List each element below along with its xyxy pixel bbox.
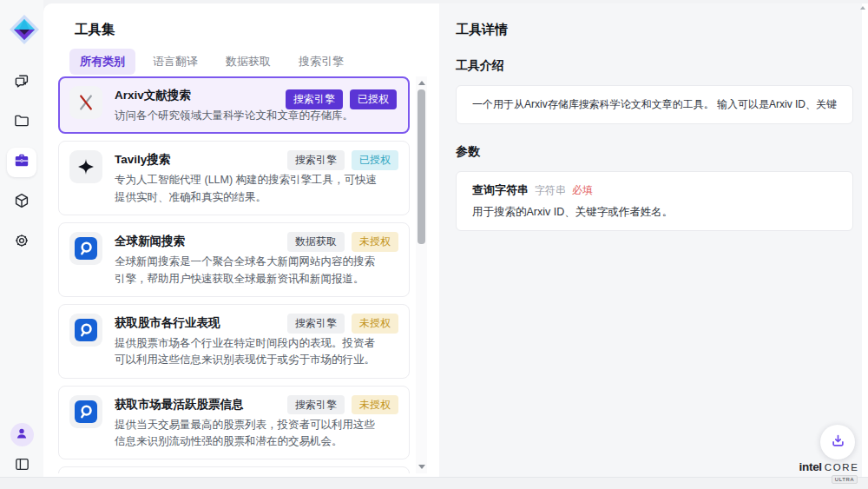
auth-status-badge: 未授权 (352, 395, 398, 415)
juhe-logo-icon (69, 395, 102, 428)
tool-card[interactable]: 获取市场最活跃股票信息提供当天交易量最高的股票列表，投资者可以利用这些信息来识别… (58, 386, 410, 460)
tool-description: 提供当天交易量最高的股票列表，投资者可以利用这些信息来识别流动性强的股票和潜在的… (115, 417, 380, 451)
sidebar-item-settings[interactable] (7, 228, 36, 257)
download-button[interactable] (820, 425, 855, 459)
parameter-box: 查询字符串 字符串 必填 用于搜索的Arxiv ID、关键字或作者姓名。 (456, 171, 853, 231)
user-avatar-icon (15, 426, 29, 444)
sidebar-collapse-button[interactable] (10, 454, 33, 477)
tool-description: 访问各个研究领域大量科学论文和文章的存储库。 (115, 108, 380, 124)
tab-3[interactable]: 搜索引擎 (288, 49, 354, 75)
sidebar (0, 0, 43, 489)
tool-card[interactable]: 万维地区新闻查询查询具体行政区划内的新闻，快速了解各地新闻动搜索引擎未授权 (58, 466, 410, 473)
auth-status-badge: 已授权 (352, 150, 398, 170)
tab-0[interactable]: 所有类别 (69, 49, 135, 75)
sidebar-item-folder[interactable] (7, 108, 36, 137)
tool-card[interactable]: 全球新闻搜索全球新闻搜索是一个聚合全球各大新闻网站内容的搜索引擎，帮助用户快速获… (58, 222, 410, 297)
intel-core-ultra-logo: intel CORE ULTRA (797, 459, 861, 484)
sidebar-item-chat[interactable] (7, 68, 36, 97)
juhe-logo-icon (69, 232, 102, 265)
category-badge: 数据获取 (287, 232, 345, 252)
intel-wordmark: intel (799, 461, 822, 474)
user-avatar[interactable] (10, 423, 34, 446)
intro-heading: 工具介绍 (456, 58, 848, 74)
folder-icon (13, 112, 30, 133)
tool-card[interactable]: Arxiv文献搜索访问各个研究领域大量科学论文和文章的存储库。搜索引擎已授权 (58, 76, 410, 134)
tavily-logo-icon (69, 150, 102, 183)
params-heading: 参数 (456, 144, 848, 160)
sidebar-item-cube[interactable] (7, 188, 36, 217)
layout-toggle-icon (14, 456, 30, 476)
toolbox-icon (13, 152, 30, 173)
scrollbar-up-icon[interactable] (418, 81, 425, 85)
tool-card[interactable]: Tavily搜索专为人工智能代理 (LLM) 构建的搜索引擎工具，可快速提供实时… (58, 141, 410, 215)
tool-description: 专为人工智能代理 (LLM) 构建的搜索引擎工具，可快速提供实时、准确和真实的结… (115, 172, 380, 206)
chat-icon (13, 72, 30, 93)
tool-list: Arxiv文献搜索访问各个研究领域大量科学论文和文章的存储库。搜索引擎已授权Ta… (58, 76, 410, 473)
parameter-type: 字符串 (535, 183, 566, 198)
scrollbar-thumb[interactable] (418, 89, 425, 244)
tool-details-panel: 工具详情 工具介绍 一个用于从Arxiv存储库搜索科学论文和文章的工具。 输入可… (439, 3, 862, 477)
category-tabs: 所有类别语言翻译数据获取搜索引擎 (69, 49, 354, 75)
parameter-name: 查询字符串 (472, 182, 529, 198)
category-badge: 搜索引擎 (287, 150, 345, 170)
ultra-badge: ULTRA (832, 475, 858, 484)
download-icon (830, 433, 846, 453)
scrollbar-down-icon[interactable] (418, 465, 425, 469)
tab-2[interactable]: 数据获取 (215, 49, 281, 75)
parameter-description: 用于搜索的Arxiv ID、关键字或作者姓名。 (472, 205, 837, 220)
category-badge: 搜索引擎 (286, 89, 343, 109)
tool-card[interactable]: 获取股市各行业表现提供股票市场各个行业在特定时间段内的表现。投资者可以利用这些信… (58, 304, 410, 379)
tool-description: 全球新闻搜索是一个聚合全球各大新闻网站内容的搜索引擎，帮助用户快速获取全球最新资… (115, 254, 380, 287)
page-title: 工具集 (75, 21, 115, 39)
juhe-logo-icon (69, 314, 102, 347)
page-scrollbar-up-icon[interactable] (860, 6, 865, 10)
app-logo (7, 12, 42, 47)
auth-status-badge: 未授权 (352, 232, 398, 252)
list-scrollbar[interactable] (416, 76, 427, 473)
category-badge: 搜索引擎 (287, 395, 345, 415)
intro-box: 一个用于从Arxiv存储库搜索科学论文和文章的工具。 输入可以是Arxiv ID… (456, 85, 853, 124)
auth-status-badge: 已授权 (350, 89, 397, 109)
details-title: 工具详情 (456, 22, 848, 38)
category-badge: 搜索引擎 (287, 314, 345, 334)
arxiv-logo-icon (69, 86, 102, 119)
parameter-required-flag: 必填 (572, 183, 593, 198)
intro-text: 一个用于从Arxiv存储库搜索科学论文和文章的工具。 输入可以是Arxiv ID… (472, 97, 837, 112)
tool-description: 提供股票市场各个行业在特定时间段内的表现。投资者可以利用这些信息来识别表现优于或… (115, 335, 380, 369)
bottom-strip (0, 477, 868, 489)
core-wordmark: CORE (825, 462, 859, 473)
settings-icon (13, 232, 30, 253)
cube-icon (13, 192, 30, 213)
sidebar-item-toolbox[interactable] (7, 148, 36, 177)
auth-status-badge: 未授权 (352, 314, 398, 334)
tab-1[interactable]: 语言翻译 (142, 49, 208, 75)
